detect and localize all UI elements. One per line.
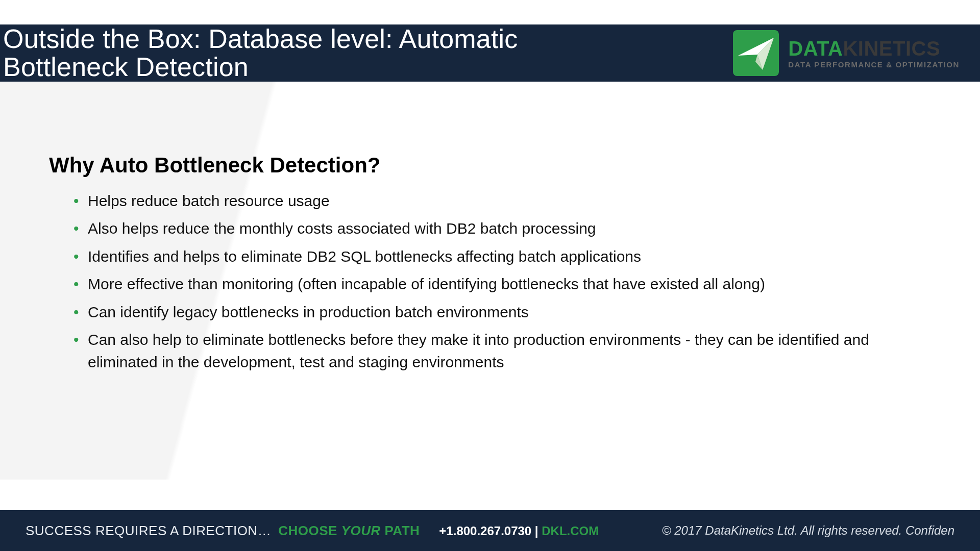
list-item: More effective than monitoring (often in… <box>74 273 919 295</box>
footer-copyright: © 2017 DataKinetics Ltd. All rights rese… <box>662 523 954 538</box>
footer-phone: +1.800.267.0730 <box>439 524 531 538</box>
slide-title: Outside the Box: Database level: Automat… <box>3 25 616 81</box>
footer-site: DKL.COM <box>542 524 599 538</box>
brand-wordmark: DATAKINETICS DATA PERFORMANCE & OPTIMIZA… <box>788 38 960 68</box>
paper-plane-icon <box>733 30 779 76</box>
footer-tagline-b-pre: CHOOSE <box>278 523 341 538</box>
footer-contact: +1.800.267.0730 | DKL.COM <box>439 524 599 538</box>
section-heading: Why Auto Bottleneck Detection? <box>49 153 919 178</box>
list-item: Can also help to eliminate bottlenecks b… <box>74 329 919 374</box>
list-item: Identifies and helps to eliminate DB2 SQ… <box>74 245 919 268</box>
list-item: Helps reduce batch resource usage <box>74 190 919 212</box>
footer-tagline-a: SUCCESS REQUIRES A DIRECTION… <box>26 523 271 539</box>
footer-tagline-b-post: PATH <box>381 523 420 538</box>
footer-tagline-b: CHOOSE YOUR PATH <box>278 523 420 539</box>
bullet-list: Helps reduce batch resource usage Also h… <box>49 190 919 374</box>
brand-word-kinetics: KINETICS <box>843 37 940 60</box>
list-item: Also helps reduce the monthly costs asso… <box>74 217 919 240</box>
brand-word-data: DATA <box>788 37 843 60</box>
list-item: Can identify legacy bottlenecks in produ… <box>74 301 919 323</box>
brand-tagline: DATA PERFORMANCE & OPTIMIZATION <box>788 61 960 68</box>
brand-logo: DATAKINETICS DATA PERFORMANCE & OPTIMIZA… <box>733 30 960 76</box>
footer-separator: | <box>531 524 542 538</box>
header-bar: Outside the Box: Database level: Automat… <box>0 24 980 82</box>
footer-tagline-b-your: YOUR <box>341 523 381 538</box>
footer-left: SUCCESS REQUIRES A DIRECTION… CHOOSE YOU… <box>26 523 599 539</box>
content-area: Why Auto Bottleneck Detection? Helps red… <box>49 153 919 379</box>
slide: Outside the Box: Database level: Automat… <box>0 0 980 551</box>
footer-bar: SUCCESS REQUIRES A DIRECTION… CHOOSE YOU… <box>0 510 980 551</box>
